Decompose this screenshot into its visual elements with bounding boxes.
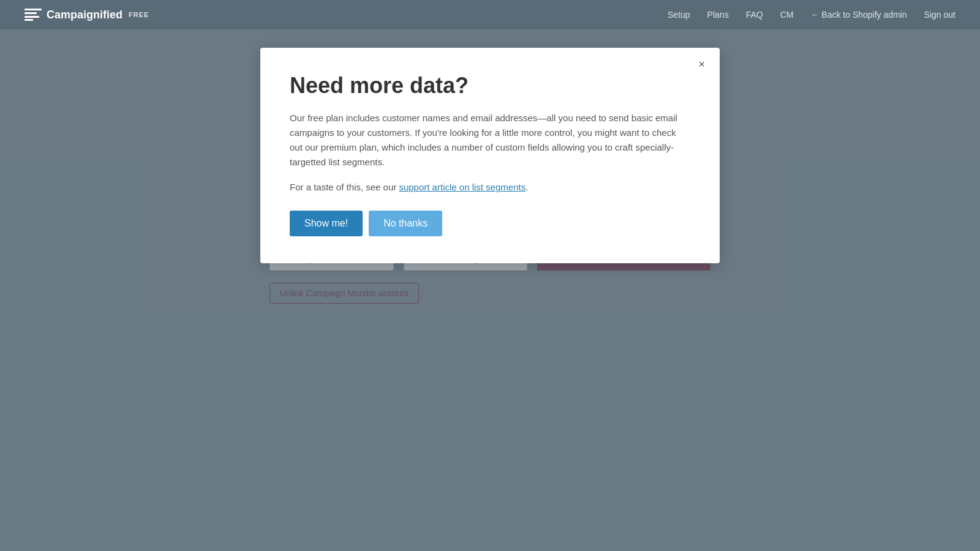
modal-actions: Show me! No thanks [290,211,690,236]
svg-rect-0 [24,9,42,10]
nav-links: Setup Plans FAQ CM ← Back to Shopify adm… [668,10,956,20]
nav-cm[interactable]: CM [780,10,794,20]
nav-plans[interactable]: Plans [707,10,729,20]
modal-overlay: × Need more data? Our free plan includes… [0,29,980,551]
show-me-button[interactable]: Show me! [290,211,363,236]
nav-sign-out[interactable]: Sign out [924,10,956,20]
modal-link-line: For a taste of this, see our support art… [290,182,690,192]
nav-faq[interactable]: FAQ [746,10,763,20]
logo-icon [24,9,42,21]
plan-badge: FREE [129,11,149,18]
modal-body-text: Our free plan includes customer names an… [290,111,690,170]
nav-setup[interactable]: Setup [668,10,690,20]
svg-rect-2 [24,16,39,18]
modal-link-prefix: For a taste of this, see our [290,182,399,192]
modal-dialog: × Need more data? Our free plan includes… [260,48,720,263]
modal-close-button[interactable]: × [695,58,709,71]
modal-support-link[interactable]: support article on list segments [399,182,526,192]
modal-link-suffix: . [526,182,528,192]
svg-rect-3 [24,19,33,21]
nav-back-to-shopify[interactable]: ← Back to Shopify admin [810,10,907,20]
no-thanks-button[interactable]: No thanks [369,211,442,236]
svg-rect-1 [24,12,37,14]
modal-title: Need more data? [290,72,690,99]
navbar: Campaignified FREE Setup Plans FAQ CM ← … [0,0,980,29]
page-background: Select a client: Campaign Monitor ▼ Sele… [0,29,980,551]
app-name: Campaignified [47,9,123,21]
app-logo: Campaignified FREE [24,9,149,21]
